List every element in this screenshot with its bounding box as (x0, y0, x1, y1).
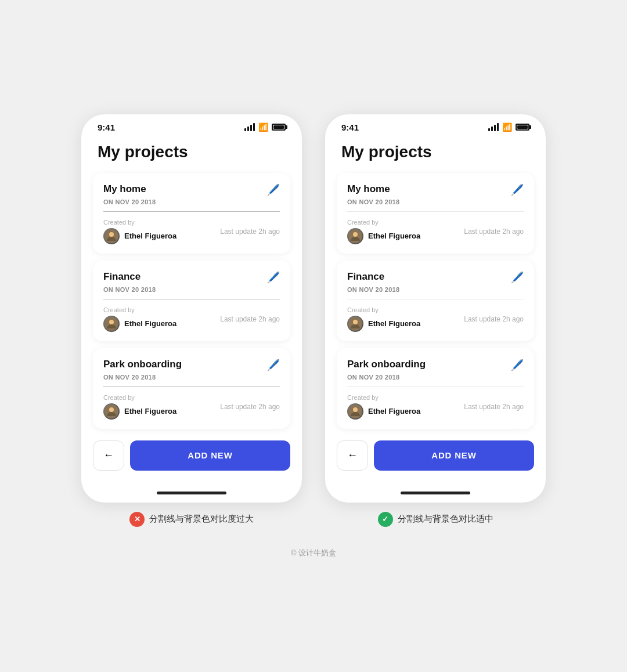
card-title-bad-2: Park onboarding (103, 359, 182, 370)
time-good: 9:41 (341, 122, 359, 132)
creator-section-bad-0: Created by Ethel Figueroa (103, 219, 176, 244)
card-footer-good-1: Created by Ethel Figueroa (347, 306, 524, 332)
created-by-label-bad-0: Created by (103, 219, 176, 226)
footer: © 设计牛奶盒 (291, 548, 336, 558)
creator-section-bad-2: Created by Ethel Figueroa (103, 394, 176, 420)
divider-good-2 (347, 386, 524, 387)
card-icon-bad-1: 🖊️ (267, 271, 280, 284)
divider-bad-0 (103, 211, 280, 212)
wifi-icon-good: 📶 (502, 122, 512, 132)
created-by-label-good-0: Created by (347, 219, 420, 226)
creator-name-bad-0: Ethel Figueroa (124, 232, 176, 240)
card-header-bad-1: Finance 🖊️ (103, 271, 280, 284)
wifi-icon-bad: 📶 (258, 122, 268, 132)
footer-text: © 设计牛奶盒 (291, 548, 336, 557)
signal-bar-4 (253, 123, 255, 131)
page-title-good: My projects (337, 137, 534, 173)
card-title-bad-1: Finance (103, 271, 140, 283)
creator-section-good-0: Created by Ethel Figueroa (347, 219, 420, 244)
divider-bad-2 (103, 386, 280, 387)
created-by-label-bad-1: Created by (103, 306, 176, 313)
divider-bad-1 (103, 299, 280, 299)
last-update-good-1: Last update 2h ago (464, 315, 524, 323)
card-footer-bad-1: Created by Ethel Figueroa (103, 306, 280, 332)
avatar-good-2 (347, 403, 363, 420)
svg-point-9 (353, 320, 358, 324)
card-header-good-2: Park onboarding 🖊️ (347, 359, 524, 371)
last-update-good-2: Last update 2h ago (464, 403, 524, 411)
caption-text-bad: 分割线与背景色对比度过大 (149, 514, 254, 525)
svg-point-7 (353, 232, 358, 237)
signal-bar-g3 (494, 125, 496, 131)
project-card-bad-1[interactable]: Finance 🖊️ ON NOV 20 2018 Created by (93, 261, 290, 341)
phone-good: 9:41 📶 My projects (325, 114, 546, 503)
card-header-good-1: Finance 🖊️ (347, 271, 524, 284)
signal-icon-bad (244, 123, 255, 131)
caption-badge-good: ✓ (378, 512, 393, 527)
card-date-bad-1: ON NOV 20 2018 (103, 286, 280, 293)
page-title-bad: My projects (93, 137, 290, 173)
card-icon-good-0: 🖊️ (511, 183, 524, 196)
phone-bad-wrapper: 9:41 📶 (81, 114, 302, 527)
project-card-bad-2[interactable]: Park onboarding 🖊️ ON NOV 20 2018 Create… (93, 348, 290, 429)
last-update-bad-1: Last update 2h ago (220, 315, 280, 323)
bottom-toolbar-good: ← ADD NEW (337, 436, 534, 471)
project-card-good-1[interactable]: Finance 🖊️ ON NOV 20 2018 Created by (337, 261, 534, 341)
caption-badge-icon-good: ✓ (382, 515, 388, 523)
svg-point-3 (109, 320, 114, 324)
battery-icon-good (516, 124, 529, 131)
created-by-label-good-2: Created by (347, 394, 420, 401)
creator-section-good-1: Created by Ethel Figueroa (347, 306, 420, 332)
project-card-good-0[interactable]: My home 🖊️ ON NOV 20 2018 Created by (337, 173, 534, 254)
creator-name-good-2: Ethel Figueroa (368, 407, 420, 416)
card-date-good-2: ON NOV 20 2018 (347, 374, 524, 381)
card-title-bad-0: My home (103, 183, 146, 195)
caption-bad: ✕ 分割线与背景色对比度过大 (129, 512, 254, 527)
status-bar-good: 9:41 📶 (325, 114, 546, 137)
card-footer-good-0: Created by Ethel Figueroa (347, 219, 524, 244)
creator-name-good-1: Ethel Figueroa (368, 319, 420, 328)
battery-fill-good (517, 125, 528, 129)
card-date-bad-0: ON NOV 20 2018 (103, 198, 280, 205)
card-header-good-0: My home 🖊️ (347, 183, 524, 196)
card-header-bad-2: Park onboarding 🖊️ (103, 359, 280, 371)
svg-point-1 (109, 232, 114, 237)
home-indicator-good (401, 492, 470, 494)
home-indicator-bad (157, 492, 226, 494)
avatar-good-1 (347, 316, 363, 332)
card-icon-bad-2: 🖊️ (267, 359, 280, 371)
creator-info-bad-0: Ethel Figueroa (103, 228, 176, 244)
signal-bar-3 (250, 125, 252, 131)
card-footer-bad-0: Created by Ethel Figueroa (103, 219, 280, 244)
creator-name-bad-2: Ethel Figueroa (124, 407, 176, 416)
battery-fill-bad (273, 125, 284, 129)
project-card-good-2[interactable]: Park onboarding 🖊️ ON NOV 20 2018 Create… (337, 348, 534, 429)
phone-good-wrapper: 9:41 📶 My projects (325, 114, 546, 527)
bottom-toolbar-bad: ← ADD NEW (93, 436, 290, 471)
back-button-bad[interactable]: ← (93, 440, 124, 471)
last-update-good-0: Last update 2h ago (464, 227, 524, 236)
status-bar-bad: 9:41 📶 (81, 114, 302, 137)
add-new-button-good[interactable]: ADD NEW (374, 440, 534, 471)
status-icons-good: 📶 (488, 122, 529, 132)
divider-good-0 (347, 211, 524, 212)
back-button-good[interactable]: ← (337, 440, 368, 471)
avatar-bad-1 (103, 316, 120, 332)
created-by-label-good-1: Created by (347, 306, 420, 313)
battery-icon-bad (272, 124, 286, 131)
card-header-bad-0: My home 🖊️ (103, 183, 280, 196)
caption-text-good: 分割线与背景色对比适中 (398, 514, 493, 525)
card-icon-good-2: 🖊️ (511, 359, 524, 371)
card-title-good-2: Park onboarding (347, 359, 426, 370)
caption-badge-icon-bad: ✕ (134, 515, 140, 523)
project-card-bad-0[interactable]: My home 🖊️ ON NOV 20 2018 Created by (93, 173, 290, 254)
creator-info-bad-1: Ethel Figueroa (103, 316, 176, 332)
add-new-button-bad[interactable]: ADD NEW (130, 440, 290, 471)
status-icons-bad: 📶 (244, 122, 286, 132)
card-footer-good-2: Created by Ethel Figueroa (347, 394, 524, 420)
creator-info-good-0: Ethel Figueroa (347, 228, 420, 244)
signal-bar-g1 (488, 128, 490, 131)
card-date-good-1: ON NOV 20 2018 (347, 286, 524, 293)
svg-point-11 (353, 407, 358, 412)
creator-info-bad-2: Ethel Figueroa (103, 403, 176, 420)
